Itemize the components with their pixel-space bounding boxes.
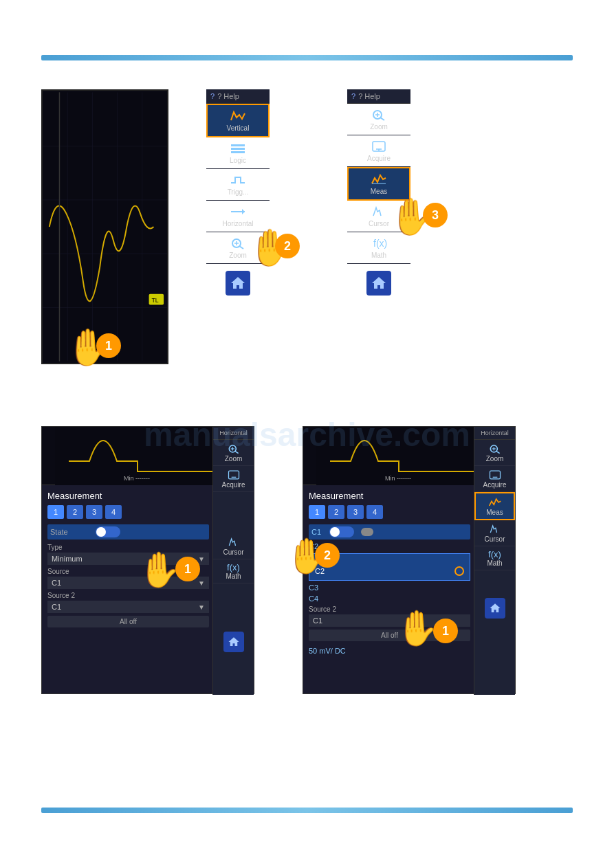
meas-tab-2-1[interactable]: 1 — [309, 505, 325, 519]
menu-header-3: ? ? Help — [347, 89, 410, 104]
side-meas-2[interactable]: Meas — [474, 492, 515, 520]
home-btn-meas1[interactable] — [213, 625, 254, 659]
home-icon-meas1 — [228, 636, 240, 648]
meas-tab-2-3[interactable]: 3 — [347, 505, 364, 519]
svg-text:Min -------: Min ------- — [385, 475, 411, 482]
side-math-2[interactable]: f(x) Math — [474, 546, 515, 570]
state-row-1: State — [47, 524, 209, 539]
c1-label: C1 — [311, 528, 325, 536]
menu-item-zoom-3[interactable]: Zoom — [347, 104, 410, 135]
svg-rect-12 — [231, 144, 245, 146]
zoom-icon-2 — [230, 236, 246, 250]
menu-item-vertical[interactable]: Vertical — [206, 104, 270, 137]
side-math-1[interactable]: f(x) Math — [213, 559, 254, 583]
dropdown-arrow-type-1: ▼ — [198, 555, 205, 563]
type-label-1: Type — [47, 544, 209, 551]
meas-tab-2[interactable]: 2 — [67, 505, 83, 519]
c4-label: C4 — [309, 594, 322, 603]
vertical-icon — [230, 109, 246, 123]
side-cursor-2[interactable]: Cursor — [474, 520, 515, 546]
step-1b-badge: 1 — [175, 557, 200, 581]
menu-item-logic[interactable]: Logic — [206, 137, 270, 169]
svg-marker-49 — [490, 603, 500, 612]
svg-marker-16 — [242, 209, 245, 214]
svg-line-35 — [234, 451, 238, 453]
side-zoom-2[interactable]: Zoom — [474, 440, 515, 466]
step-1c-badge: 1 — [433, 619, 458, 643]
meas-tabs-1: 1 2 3 4 — [47, 505, 209, 519]
hand-icon-1c: 🤚 — [395, 608, 438, 648]
meas-tab-3[interactable]: 3 — [86, 505, 102, 519]
source-value-row-2: C2 — [315, 566, 464, 576]
home-btn-meas2[interactable] — [474, 591, 515, 625]
home-icon-meas2 — [489, 602, 501, 614]
dropdown-arrow-source-1: ▼ — [198, 579, 205, 587]
meas-title-1: Measurement — [47, 491, 209, 501]
dropdown-circle — [454, 566, 464, 576]
question-icon: ? — [210, 92, 215, 100]
bottom-decorative-bar — [41, 808, 573, 813]
meas-tab-1[interactable]: 1 — [47, 505, 64, 519]
side-acquire-1[interactable]: Acquire — [213, 466, 254, 492]
side-meas-icon-2 — [488, 496, 502, 509]
trigger-icon — [230, 173, 246, 187]
home-icon-3 — [371, 275, 387, 291]
c1-toggle2[interactable] — [361, 528, 373, 536]
math-fx-icon-2: f(x) — [488, 549, 501, 559]
zoom-icon-3 — [371, 108, 387, 122]
source2-label-1: Source 2 — [47, 592, 209, 599]
menu-item-trigger[interactable]: Trigg... — [206, 169, 270, 201]
svg-rect-0 — [43, 92, 167, 361]
horizontal-icon — [230, 205, 246, 219]
side-acquire-2[interactable]: Acquire — [474, 466, 515, 492]
c3-row: C3 — [309, 583, 470, 592]
side-zoom-1[interactable]: Zoom — [213, 440, 254, 466]
meas-tabs-2: 1 2 3 4 — [309, 505, 470, 519]
acquire-icon — [371, 140, 387, 153]
meas-tab-2-4[interactable]: 4 — [366, 505, 383, 519]
step-2-badge: 2 — [275, 234, 300, 258]
c1-row: C1 — [309, 524, 470, 539]
side-acquire-icon-2 — [488, 469, 502, 481]
menu-panel-vertical: ? ? Help Vertical Logic Trigg... Horizon… — [206, 89, 270, 302]
side-zoom-icon-1 — [227, 443, 241, 455]
svg-rect-13 — [231, 148, 245, 150]
math-icon: f(x) — [371, 236, 387, 250]
step-2b-badge: 2 — [315, 543, 340, 568]
c1-toggle[interactable] — [329, 526, 354, 537]
svg-rect-38 — [228, 471, 239, 479]
c3-label: C3 — [309, 583, 322, 592]
right-side-menu-2: Horizontal Zoom Acquire Meas — [474, 427, 515, 695]
meas-title-2: Measurement — [309, 491, 470, 501]
meas-icon — [371, 173, 387, 186]
horizontal-label-2: Horizontal — [474, 427, 515, 440]
hand-icon-1b: 🤚 — [138, 550, 180, 590]
c4-row: C4 — [309, 594, 470, 603]
home-icon-2 — [230, 275, 246, 291]
home-btn-2[interactable] — [206, 264, 270, 302]
side-cursor-icon-1 — [227, 536, 241, 548]
side-zoom-icon-2 — [488, 443, 502, 455]
side-acquire-icon-1 — [227, 469, 241, 481]
dropdown-arrow-source2-1: ▼ — [198, 603, 205, 611]
state-toggle-1[interactable] — [96, 526, 120, 537]
svg-text:TL: TL — [151, 297, 158, 304]
menu-item-acquire[interactable]: Acquire — [347, 135, 410, 167]
side-cursor-1[interactable]: Cursor — [213, 533, 254, 559]
svg-line-44 — [496, 451, 499, 453]
menu-header-2: ? ? Help — [206, 89, 270, 104]
home-btn-3[interactable] — [347, 264, 410, 302]
all-off-btn-1[interactable]: All off — [47, 616, 209, 627]
scope-waveform-panel: TL — [41, 89, 168, 364]
math-fx-icon-1: f(x) — [227, 562, 240, 572]
meas-tab-2-2[interactable]: 2 — [328, 505, 344, 519]
side-cursor-icon-2 — [488, 523, 502, 535]
source2-dropdown-1[interactable]: C1 ▼ — [47, 601, 209, 613]
step-1-badge: 1 — [96, 333, 121, 358]
svg-line-18 — [239, 246, 243, 249]
meas-tab-4[interactable]: 4 — [105, 505, 122, 519]
svg-text:f(x): f(x) — [373, 238, 387, 249]
waveform-svg: TL — [43, 91, 167, 363]
question-icon-3: ? — [351, 92, 355, 100]
svg-marker-40 — [228, 637, 239, 646]
